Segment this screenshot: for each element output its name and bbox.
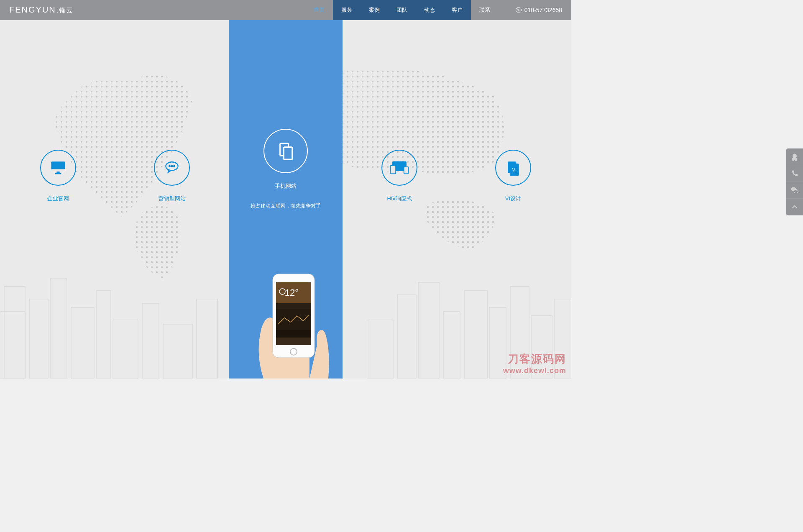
vi-icon: VI <box>504 159 522 177</box>
watermark-title: 刀客源码网 <box>503 352 566 366</box>
svg-point-0 <box>516 7 521 13</box>
phone-icon <box>515 7 522 13</box>
service-icon-circle <box>381 150 417 186</box>
svg-rect-3 <box>4 286 25 379</box>
svg-rect-47 <box>276 330 311 338</box>
nav-contact[interactable]: 联系 <box>471 0 499 20</box>
nav-news[interactable]: 动态 <box>416 0 443 20</box>
svg-rect-25 <box>55 173 61 174</box>
svg-rect-31 <box>284 147 292 159</box>
svg-rect-12 <box>368 320 393 379</box>
svg-rect-15 <box>443 312 460 379</box>
services-row: 企业官网 营销型网站 手机网站 抢占移动互联网，领先竞争对手 H5/响应式 VI <box>0 150 571 210</box>
service-responsive[interactable]: H5/响应式 <box>343 150 456 210</box>
svg-rect-2 <box>0 312 25 379</box>
service-vi[interactable]: VI VI设计 <box>456 150 570 210</box>
watermark-url: www.dkewl.com <box>503 366 566 375</box>
svg-text:VI: VI <box>512 167 517 172</box>
nav-team[interactable]: 团队 <box>388 0 416 20</box>
svg-rect-24 <box>56 171 59 173</box>
nav-home[interactable]: 首页 <box>305 0 333 20</box>
nav-services[interactable]: 服务 <box>333 0 361 20</box>
responsive-icon <box>389 159 410 177</box>
svg-rect-13 <box>397 295 416 379</box>
logo-text-cn: .锋云 <box>57 7 73 14</box>
mobile-icon <box>274 140 297 162</box>
service-label: H5/响应式 <box>387 195 412 202</box>
svg-point-29 <box>174 166 175 167</box>
service-icon-circle <box>40 150 76 186</box>
logo[interactable]: FENGYUN.锋云 <box>9 5 73 15</box>
phone-hand-image: 12° <box>247 270 339 379</box>
service-icon-circle <box>154 150 190 186</box>
svg-rect-45 <box>276 303 311 309</box>
svg-point-28 <box>171 166 173 167</box>
service-label: 营销型网站 <box>159 195 186 202</box>
service-label: VI设计 <box>505 195 521 202</box>
phone-number: 010-57732658 <box>524 7 562 13</box>
svg-rect-10 <box>163 324 192 379</box>
svg-rect-8 <box>113 320 138 379</box>
service-icon-circle: VI <box>495 150 531 186</box>
service-label: 手机网站 <box>275 182 297 190</box>
svg-rect-14 <box>418 282 439 379</box>
service-corporate[interactable]: 企业官网 <box>1 150 115 210</box>
service-label: 企业官网 <box>47 195 69 202</box>
nav-clients[interactable]: 客户 <box>443 0 471 20</box>
svg-rect-5 <box>50 278 67 379</box>
nav-cases[interactable]: 案例 <box>361 0 388 20</box>
watermark: 刀客源码网 www.dkewl.com <box>503 352 566 375</box>
logo-text-en: FENGYUN <box>9 5 56 14</box>
hero: 企业官网 营销型网站 手机网站 抢占移动互联网，领先竞争对手 H5/响应式 VI <box>0 20 571 379</box>
header: FENGYUN.锋云 首页 服务 案例 团队 动态 客户 联系 010-5773… <box>0 0 571 20</box>
chat-icon <box>163 159 181 177</box>
svg-rect-23 <box>51 169 65 171</box>
header-phone: 010-57732658 <box>515 7 562 13</box>
svg-rect-6 <box>71 307 94 379</box>
service-mobile[interactable]: 手机网站 抢占移动互联网，领先竞争对手 <box>229 150 343 210</box>
service-icon-circle <box>263 129 308 173</box>
svg-rect-16 <box>464 291 487 379</box>
svg-rect-11 <box>197 299 217 379</box>
service-marketing[interactable]: 营销型网站 <box>115 150 229 210</box>
svg-rect-7 <box>96 291 111 379</box>
svg-rect-9 <box>142 303 159 379</box>
svg-rect-35 <box>404 167 409 174</box>
svg-rect-34 <box>391 166 396 174</box>
service-subtitle: 抢占移动互联网，领先竞争对手 <box>251 202 321 210</box>
monitor-icon <box>49 159 67 177</box>
svg-point-27 <box>169 166 170 167</box>
nav: 首页 服务 案例 团队 动态 客户 联系 <box>305 0 499 20</box>
svg-rect-4 <box>29 299 48 379</box>
svg-text:12°: 12° <box>285 287 299 298</box>
svg-rect-48 <box>276 338 311 345</box>
